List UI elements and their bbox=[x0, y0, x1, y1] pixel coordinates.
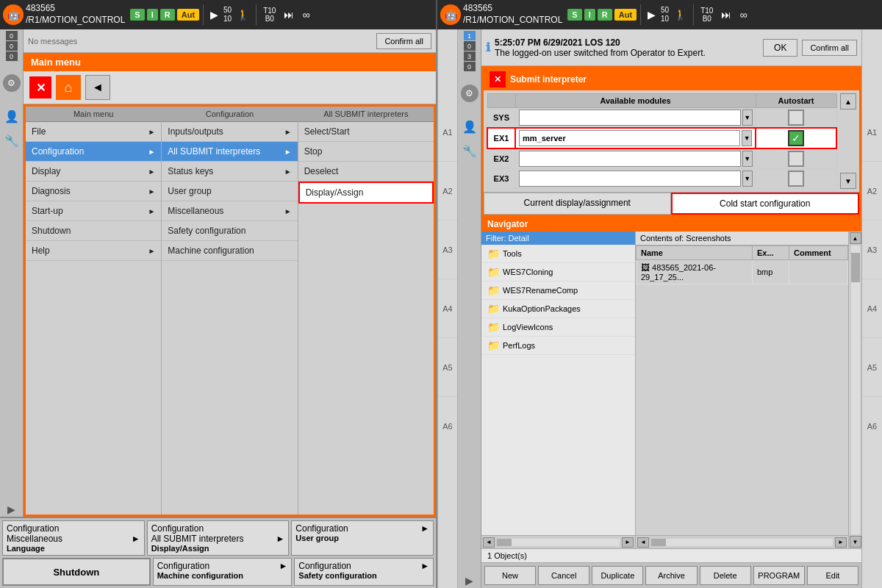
ex1-checkbox[interactable]: ✓ bbox=[788, 130, 804, 146]
nav-scroll-down[interactable]: ▼ bbox=[850, 536, 861, 548]
submit-item-display[interactable]: Display/Assign bbox=[298, 182, 434, 204]
submit-row-sys[interactable]: SYS ▼ bbox=[487, 108, 836, 129]
right-aut-btn[interactable]: Aut bbox=[614, 9, 637, 21]
ex1-dropdown[interactable]: ▼ bbox=[742, 130, 752, 146]
config-item-machine[interactable]: Machine configuration bbox=[162, 241, 297, 261]
menu-x-btn[interactable]: ✕ bbox=[29, 76, 51, 98]
ex2-dropdown[interactable]: ▼ bbox=[742, 151, 753, 167]
right-r-btn[interactable]: R bbox=[598, 9, 612, 21]
config-item-status[interactable]: Status keys► bbox=[162, 162, 297, 182]
left-walk-btn[interactable]: 🚶 bbox=[234, 7, 252, 22]
bottom-btn-machine[interactable]: Configuration ► Machine configuration bbox=[153, 558, 293, 586]
file-row[interactable]: 🖼 483565_2021-06-29_17_25... bmp bbox=[637, 260, 848, 284]
new-btn[interactable]: New bbox=[484, 566, 536, 585]
bottom-btn-usergroup[interactable]: Configuration ► User group bbox=[291, 520, 434, 556]
left-s-btn[interactable]: S bbox=[130, 9, 144, 21]
left-inf-btn[interactable]: ∞ bbox=[299, 7, 312, 22]
bottom-btn-display-assign[interactable]: Configuration All SUBMIT interpreters ► … bbox=[147, 520, 290, 556]
left-gear-icon[interactable]: ⚙ bbox=[3, 74, 21, 92]
ex3-dropdown[interactable]: ▼ bbox=[742, 171, 753, 187]
left-arrow-right-icon[interactable]: ▶ bbox=[7, 503, 15, 515]
config-item-usergroup[interactable]: User group bbox=[162, 182, 297, 201]
folder-perflogs[interactable]: 📁 PerfLogs bbox=[481, 337, 635, 355]
left-i-btn[interactable]: I bbox=[147, 9, 158, 21]
edit-btn[interactable]: Edit bbox=[807, 566, 858, 585]
filter-label: Filter: Detail bbox=[481, 232, 635, 245]
left-play-btn[interactable]: ▶ bbox=[207, 7, 221, 22]
right-inf-btn[interactable]: ∞ bbox=[736, 7, 750, 22]
delete-btn[interactable]: Delete bbox=[700, 566, 751, 585]
tab-current-display[interactable]: Current display/assignment bbox=[484, 193, 671, 215]
menu-item-shutdown[interactable]: Shutdown bbox=[26, 221, 161, 241]
menu-item-help[interactable]: Help► bbox=[26, 241, 161, 261]
right-gear-icon[interactable]: ⚙ bbox=[461, 85, 478, 102]
right-robot2-icon[interactable]: 🔧 bbox=[462, 144, 477, 158]
shutdown-btn[interactable]: New Shutdown bbox=[2, 558, 151, 586]
ok-btn[interactable]: OK bbox=[763, 39, 797, 57]
sys-dropdown[interactable]: ▼ bbox=[742, 110, 753, 126]
sys-checkbox[interactable] bbox=[788, 110, 804, 126]
right-i-btn[interactable]: I bbox=[584, 9, 595, 21]
submit-row-ex2[interactable]: EX2 ▼ bbox=[487, 148, 836, 169]
right-arrow-right-icon[interactable]: ▶ bbox=[465, 575, 473, 587]
submit-item-stop[interactable]: Stop bbox=[298, 142, 434, 162]
config-item-misc[interactable]: Miscellaneous► bbox=[162, 201, 297, 221]
left-aut-btn[interactable]: Aut bbox=[177, 9, 199, 21]
program-btn[interactable]: PROGRAM bbox=[753, 566, 805, 585]
folder-tools[interactable]: 📁 Tools bbox=[481, 245, 635, 263]
cancel-btn[interactable]: Cancel bbox=[538, 566, 589, 585]
right-walk-btn[interactable]: 🚶 bbox=[671, 7, 689, 22]
menu-home-btn[interactable]: ⌂ bbox=[56, 75, 81, 100]
folder-kuka[interactable]: 📁 KukaOptionPackages bbox=[481, 300, 635, 318]
menu-back-btn[interactable]: ◄ bbox=[85, 75, 110, 100]
ex2-checkbox[interactable] bbox=[788, 151, 804, 167]
tree-scroll-left[interactable]: ◄ bbox=[483, 537, 495, 548]
submit-item-deselect[interactable]: Deselect bbox=[298, 162, 434, 182]
right-skip-btn[interactable]: ⏭ bbox=[718, 7, 734, 22]
submit-x-btn[interactable]: ✕ bbox=[490, 71, 506, 87]
left-t10-btn[interactable]: T10B0 bbox=[260, 5, 279, 24]
tab-cold-start[interactable]: Cold start configuration bbox=[671, 193, 860, 215]
folder-wes7cloning[interactable]: 📁 WES7Cloning bbox=[481, 263, 635, 282]
folder-wes7rename[interactable]: 📁 WES7RenameComp bbox=[481, 282, 635, 300]
tree-scroll-right[interactable]: ► bbox=[622, 537, 634, 548]
menu-item-diagnosis[interactable]: Diagnosis► bbox=[26, 182, 161, 201]
left-r-btn[interactable]: R bbox=[160, 9, 175, 21]
submit-item-select[interactable]: Select/Start bbox=[298, 122, 434, 142]
right-t10-btn[interactable]: T10B0 bbox=[698, 5, 716, 24]
ex3-input[interactable] bbox=[519, 171, 741, 187]
confirm-all-btn-right[interactable]: Confirm all bbox=[802, 40, 857, 56]
config-item-submit[interactable]: All SUBMIT interpreters► bbox=[162, 142, 297, 162]
files-scroll-left[interactable]: ◄ bbox=[637, 537, 649, 548]
left-skip-btn[interactable]: ⏭ bbox=[281, 7, 297, 22]
ex3-checkbox[interactable] bbox=[788, 171, 804, 187]
submit-scroll-down[interactable]: ▼ bbox=[840, 173, 856, 189]
nav-scroll-up[interactable]: ▲ bbox=[850, 232, 861, 244]
sys-input[interactable] bbox=[519, 110, 741, 126]
right-play-btn[interactable]: ▶ bbox=[645, 7, 659, 22]
config-item-inputs[interactable]: Inputs/outputs► bbox=[162, 122, 297, 142]
right-s-btn[interactable]: S bbox=[567, 9, 581, 21]
submit-interpreter-header: Submit interpreter bbox=[510, 74, 587, 85]
archive-btn[interactable]: Archive bbox=[645, 566, 697, 585]
bottom-btn-safety[interactable]: Configuration ► Safety configuration bbox=[294, 558, 434, 586]
files-scroll-right[interactable]: ► bbox=[835, 537, 847, 548]
submit-scroll-up[interactable]: ▲ bbox=[840, 93, 856, 110]
confirm-all-btn-left[interactable]: Confirm all bbox=[376, 33, 431, 49]
left-robot2-icon[interactable]: 🔧 bbox=[4, 134, 19, 148]
left-person-icon[interactable]: 👤 bbox=[4, 110, 19, 123]
submit-row-ex3[interactable]: EX3 ▼ bbox=[487, 169, 836, 189]
menu-item-configuration[interactable]: Configuration► bbox=[26, 142, 161, 162]
folder-logview[interactable]: 📁 LogViewIcons bbox=[481, 318, 635, 337]
config-item-safety[interactable]: Safety configuration bbox=[162, 221, 297, 241]
bottom-btn-language[interactable]: Configuration Miscellaneous ► Language bbox=[2, 520, 145, 556]
right-person-icon[interactable]: 👤 bbox=[462, 120, 477, 134]
ex1-input[interactable] bbox=[519, 130, 740, 146]
duplicate-btn[interactable]: Duplicate bbox=[592, 566, 643, 585]
submit-row-ex1[interactable]: EX1 ▼ bbox=[487, 128, 836, 148]
ex2-input[interactable] bbox=[519, 151, 741, 167]
menu-item-startup[interactable]: Start-up► bbox=[26, 201, 161, 221]
menu-item-display[interactable]: Display► bbox=[26, 162, 161, 182]
menu-item-file[interactable]: File► bbox=[26, 122, 161, 142]
navigator-header: Navigator bbox=[481, 217, 861, 232]
